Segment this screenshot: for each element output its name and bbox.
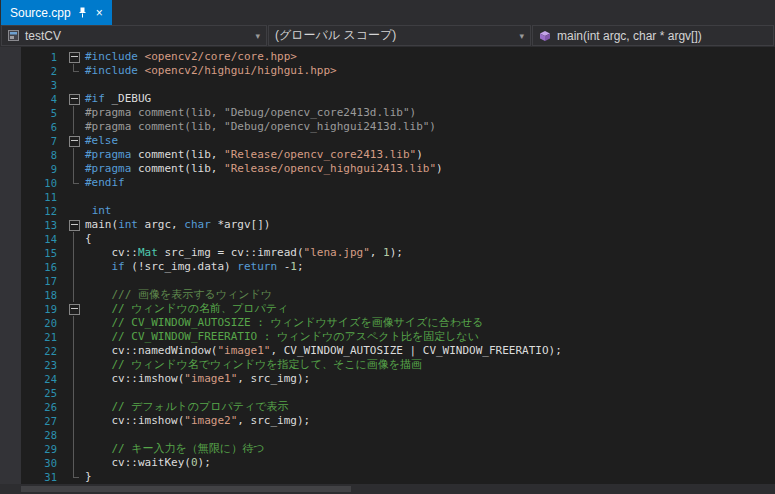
pin-icon[interactable] (78, 7, 87, 18)
code-line-27[interactable]: 27 cv::imshow("image2", src_img); (21, 414, 775, 428)
code-line-2[interactable]: 2#include <opencv2/highgui/highgui.hpp> (21, 64, 775, 78)
code-line-26[interactable]: 26 // デフォルトのプロパティで表示 (21, 400, 775, 414)
line-number: 11 (21, 190, 66, 204)
line-number: 24 (21, 372, 66, 386)
line-number: 1 (21, 50, 66, 64)
code-line-31[interactable]: 31} (21, 470, 775, 484)
code-line-12[interactable]: 12 int (21, 204, 775, 218)
chevron-down-icon: ▾ (255, 31, 260, 41)
fold-guide (66, 64, 83, 78)
code-line-5[interactable]: 5#pragma comment(lib, "Debug/opencv_core… (21, 106, 775, 120)
code-text: main(int argc, char *argv[]) (83, 218, 270, 232)
line-number: 5 (21, 106, 66, 120)
code-line-22[interactable]: 22 cv::namedWindow("image1", CV_WINDOW_A… (21, 344, 775, 358)
code-line-13[interactable]: 13main(int argc, char *argv[]) (21, 218, 775, 232)
fold-collapse-icon[interactable] (66, 134, 83, 148)
horizontal-scrollbar[interactable] (0, 484, 775, 494)
code-line-21[interactable]: 21 // CV_WINDOW_FREERATIO : ウィンドウのアスペクト比… (21, 330, 775, 344)
line-number: 30 (21, 456, 66, 470)
code-text: cv::namedWindow("image1", CV_WINDOW_AUTO… (83, 344, 562, 358)
code-line-9[interactable]: 9#pragma comment(lib, "Release/opencv_hi… (21, 162, 775, 176)
code-line-1[interactable]: 1#include <opencv2/core/core.hpp> (21, 50, 775, 64)
code-line-14[interactable]: 14{ (21, 232, 775, 246)
tab-source-cpp[interactable]: Source.cpp × (1, 0, 112, 25)
code-line-20[interactable]: 20 // CV_WINDOW_AUTOSIZE : ウィンドウサイズを画像サイ… (21, 316, 775, 330)
line-number: 21 (21, 330, 66, 344)
line-number: 29 (21, 442, 66, 456)
fold-guide (66, 372, 83, 386)
scope-dropdown-label: (グローバル スコープ) (275, 27, 396, 44)
code-line-4[interactable]: 4#if _DEBUG (21, 92, 775, 106)
line-number: 7 (21, 134, 66, 148)
code-editor[interactable]: 1#include <opencv2/core/core.hpp>2#inclu… (0, 47, 775, 494)
project-dropdown[interactable]: testCV ▾ (1, 25, 267, 46)
code-line-8[interactable]: 8#pragma comment(lib, "Release/opencv_co… (21, 148, 775, 162)
code-text: #endif (83, 176, 125, 190)
code-text: // CV_WINDOW_AUTOSIZE : ウィンドウサイズを画像サイズに合… (83, 316, 484, 330)
fold-collapse-icon[interactable] (66, 218, 83, 232)
code-text (83, 274, 85, 288)
fold-guide (66, 148, 83, 162)
code-line-15[interactable]: 15 cv::Mat src_img = cv::imread("lena.jp… (21, 246, 775, 260)
code-line-19[interactable]: 19 // ウィンドウの名前、プロパティ (21, 302, 775, 316)
code-line-23[interactable]: 23 // ウィンドウ名でウィンドウを指定して、そこに画像を描画 (21, 358, 775, 372)
fold-collapse-icon[interactable] (66, 92, 83, 106)
scope-dropdown[interactable]: (グローバル スコープ) ▾ (268, 25, 531, 46)
fold-guide (66, 330, 83, 344)
code-line-16[interactable]: 16 if (!src_img.data) return -1; (21, 260, 775, 274)
close-icon[interactable]: × (94, 7, 105, 19)
code-line-28[interactable]: 28 (21, 428, 775, 442)
line-number: 2 (21, 64, 66, 78)
line-number: 19 (21, 302, 66, 316)
line-number: 6 (21, 120, 66, 134)
member-dropdown[interactable]: main(int argc, char * argv[]) (532, 25, 774, 46)
fold-guide (66, 288, 83, 302)
breakpoint-margin[interactable] (0, 47, 21, 484)
fold-guide (66, 470, 83, 484)
code-text: #include <opencv2/highgui/highgui.hpp> (83, 64, 337, 78)
code-text: #if _DEBUG (83, 92, 151, 106)
code-text: /// 画像を表示するウィンドウ (83, 288, 272, 302)
line-number: 27 (21, 414, 66, 428)
code-text: cv::imshow("image1", src_img); (83, 372, 310, 386)
code-line-6[interactable]: 6#pragma comment(lib, "Debug/opencv_high… (21, 120, 775, 134)
tab-strip: Source.cpp × (0, 0, 775, 25)
line-number: 13 (21, 218, 66, 232)
code-line-18[interactable]: 18 /// 画像を表示するウィンドウ (21, 288, 775, 302)
navigation-bar: testCV ▾ (グローバル スコープ) ▾ main(int argc, c… (0, 25, 775, 47)
fold-gutter (66, 204, 83, 218)
code-text: cv::waitKey(0); (83, 456, 211, 470)
line-number: 14 (21, 232, 66, 246)
code-line-11[interactable]: 11 (21, 190, 775, 204)
fold-guide (66, 176, 83, 190)
fold-gutter (66, 190, 83, 204)
line-number: 23 (21, 358, 66, 372)
chevron-down-icon: ▾ (519, 31, 524, 41)
fold-guide (66, 106, 83, 120)
code-lines: 1#include <opencv2/core/core.hpp>2#inclu… (21, 50, 775, 484)
code-line-7[interactable]: 7#else (21, 134, 775, 148)
fold-collapse-icon[interactable] (66, 302, 83, 316)
code-text: // ウィンドウの名前、プロパティ (83, 302, 288, 316)
code-line-3[interactable]: 3 (21, 78, 775, 92)
vs-editor-window: Source.cpp × testCV ▾ (グローバル ス (0, 0, 775, 494)
code-line-29[interactable]: 29 // キー入力を（無限に）待つ (21, 442, 775, 456)
line-number: 8 (21, 148, 66, 162)
fold-guide (66, 120, 83, 134)
code-text (83, 190, 85, 204)
method-icon (539, 30, 551, 42)
fold-guide (66, 442, 83, 456)
line-number: 16 (21, 260, 66, 274)
code-text: // キー入力を（無限に）待つ (83, 442, 264, 456)
line-number: 31 (21, 470, 66, 484)
code-text: cv::imshow("image2", src_img); (83, 414, 310, 428)
fold-collapse-icon[interactable] (66, 50, 83, 64)
code-line-10[interactable]: 10#endif (21, 176, 775, 190)
member-dropdown-label: main(int argc, char * argv[]) (557, 29, 702, 43)
scrollbar-thumb[interactable] (21, 486, 351, 492)
code-line-17[interactable]: 17 (21, 274, 775, 288)
code-line-24[interactable]: 24 cv::imshow("image1", src_img); (21, 372, 775, 386)
code-text: // CV_WINDOW_FREERATIO : ウィンドウのアスペクト比を固定… (83, 330, 479, 344)
code-line-30[interactable]: 30 cv::waitKey(0); (21, 456, 775, 470)
code-line-25[interactable]: 25 (21, 386, 775, 400)
